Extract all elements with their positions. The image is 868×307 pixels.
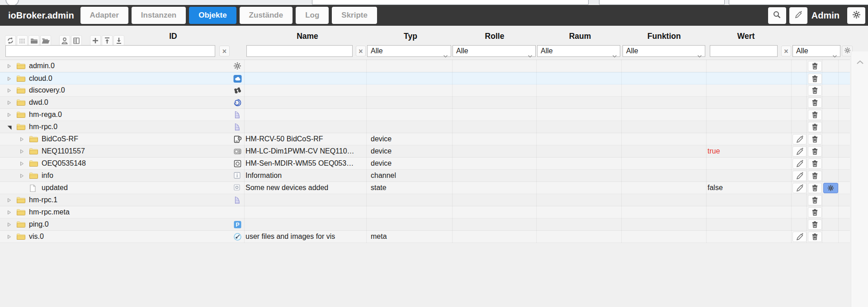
name-filter-clear-button[interactable]: × — [356, 46, 366, 56]
expander-collapsed-icon[interactable] — [6, 76, 12, 82]
list-view-button[interactable] — [17, 35, 28, 46]
object-id: ping.0 — [29, 219, 49, 230]
document-icon — [29, 184, 36, 192]
function-filter-select[interactable]: Alle — [623, 45, 705, 57]
scroll-up-icon — [856, 59, 864, 66]
value-filter-clear-button[interactable]: × — [781, 46, 791, 56]
expander-collapsed-icon[interactable] — [6, 197, 12, 203]
search-button[interactable] — [768, 7, 786, 24]
list-icon — [18, 37, 26, 45]
tree-row-neq1101557[interactable]: NEQ1101557HM-LC-Dim1PWM-CV NEQ110…device… — [0, 145, 850, 158]
expander-collapsed-icon[interactable] — [6, 222, 12, 228]
edit-button[interactable] — [793, 146, 807, 157]
expander-expanded-icon[interactable] — [6, 124, 12, 130]
tree-row-vis-0[interactable]: vis.0user files and images for vismeta — [0, 231, 850, 243]
delete-icon — [811, 62, 819, 70]
edit-button[interactable] — [793, 183, 807, 193]
tree-row-ping-0[interactable]: ping.0P — [0, 219, 850, 231]
object-type: meta — [371, 231, 387, 242]
delete-button[interactable] — [808, 110, 822, 120]
value-filter-input[interactable] — [710, 45, 778, 57]
tree-row-updated[interactable]: updatedSome new devices addedstatefalse — [0, 182, 850, 194]
tree-row-hm-rega-0[interactable]: hm-rega.0 — [0, 109, 850, 121]
tab-instanzen[interactable]: Instanzen — [132, 7, 186, 24]
delete-button[interactable] — [808, 195, 822, 205]
id-filter-input[interactable] — [5, 45, 215, 57]
expander-collapsed-icon[interactable] — [6, 88, 12, 93]
custom-filter-select[interactable]: Alle — [793, 45, 840, 57]
delete-button[interactable] — [808, 74, 822, 84]
edit-button[interactable] — [793, 171, 807, 181]
delete-button[interactable] — [808, 98, 822, 108]
homematic-adapter-icon — [233, 123, 241, 131]
scrollbar-track[interactable] — [851, 51, 868, 307]
expander-collapsed-icon[interactable] — [19, 149, 24, 154]
gear-icon — [852, 10, 861, 20]
room-filter-select[interactable]: Alle — [537, 45, 620, 57]
delete-button[interactable] — [808, 85, 822, 96]
role-filter-select[interactable]: Alle — [453, 45, 536, 57]
delete-button[interactable] — [808, 158, 822, 169]
expander-collapsed-icon[interactable] — [19, 136, 24, 142]
add-object-button[interactable] — [90, 35, 101, 46]
id-filter-clear-button[interactable]: × — [219, 46, 230, 56]
tree-row-oeq0535148[interactable]: OEQ0535148HM-Sen-MDIR-WM55 OEQ053…device — [0, 158, 850, 170]
delete-button[interactable] — [808, 134, 822, 144]
object-name: user files and images for vis — [245, 231, 366, 242]
tree-row-admin-0[interactable]: admin.0 — [0, 60, 850, 72]
expand-all-button[interactable] — [113, 35, 124, 46]
edit-button[interactable] — [793, 134, 807, 144]
delete-icon — [811, 111, 819, 119]
refresh-button[interactable] — [5, 35, 16, 46]
tab-log[interactable]: Log — [296, 7, 329, 24]
tree-row-dwd-0[interactable]: dwd.0 — [0, 97, 850, 109]
object-id: BidCoS-RF — [42, 133, 78, 145]
column-header-type: Typ — [374, 32, 447, 41]
tab-zust-nde[interactable]: Zustände — [240, 7, 293, 24]
name-filter-input[interactable] — [246, 45, 353, 57]
expander-collapsed-icon[interactable] — [6, 63, 12, 69]
folder-icon — [16, 75, 25, 82]
tree-row-info[interactable]: infoInformationchannel — [0, 170, 850, 182]
clear-icon: × — [784, 47, 788, 55]
delete-icon — [811, 86, 819, 95]
expander-collapsed-icon[interactable] — [6, 209, 12, 215]
tab-skripte[interactable]: Skripte — [332, 7, 377, 24]
expander-collapsed-icon[interactable] — [6, 234, 12, 240]
columns-button[interactable] — [71, 35, 82, 46]
scroll-up-button[interactable] — [855, 58, 865, 67]
expander-collapsed-icon[interactable] — [6, 112, 12, 118]
edit-mode-button[interactable] — [789, 7, 807, 24]
user-defaults-button[interactable] — [59, 35, 70, 46]
expander-collapsed-icon[interactable] — [19, 161, 24, 167]
expand-folders-button[interactable] — [40, 35, 51, 46]
tab-objekte[interactable]: Objekte — [189, 7, 236, 24]
tree-row-bidcos-rf[interactable]: BidCoS-RFHM-RCV-50 BidCoS-RFdevice — [0, 133, 850, 145]
tree-row-hm-rpc-0[interactable]: hm-rpc.0 — [0, 121, 850, 133]
object-id: admin.0 — [29, 60, 55, 72]
delete-button[interactable] — [808, 122, 822, 132]
delete-button[interactable] — [808, 171, 822, 181]
collapse-all-button[interactable] — [102, 35, 113, 46]
delete-button[interactable] — [808, 232, 822, 242]
expander-collapsed-icon[interactable] — [19, 173, 24, 179]
delete-button[interactable] — [808, 219, 822, 230]
tab-adapter[interactable]: Adapter — [80, 7, 128, 24]
settings-button[interactable] — [847, 7, 865, 24]
delete-icon — [811, 196, 819, 205]
delete-button[interactable] — [808, 183, 822, 193]
edit-button[interactable] — [793, 232, 807, 242]
tree-row-hm-rpc-1[interactable]: hm-rpc.1 — [0, 194, 850, 206]
type-filter-select[interactable]: Alle — [367, 45, 451, 57]
delete-button[interactable] — [808, 207, 822, 218]
tree-row-discovery-0[interactable]: discovery.0 — [0, 84, 850, 97]
edit-button[interactable] — [793, 158, 807, 169]
delete-button[interactable] — [808, 61, 822, 71]
collapse-folders-button[interactable] — [28, 35, 39, 46]
custom-settings-button[interactable] — [823, 183, 838, 193]
tree-row-cloud-0[interactable]: cloud.0 — [0, 72, 850, 84]
tree-row-hm-rpc-meta[interactable]: hm-rpc.meta — [0, 206, 850, 219]
folder-icon — [29, 172, 38, 179]
delete-button[interactable] — [808, 146, 822, 157]
expander-collapsed-icon[interactable] — [6, 100, 12, 106]
